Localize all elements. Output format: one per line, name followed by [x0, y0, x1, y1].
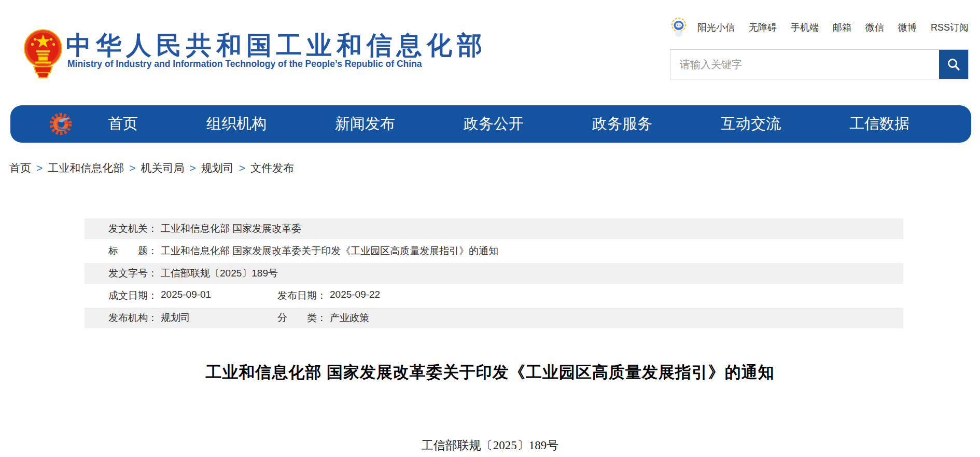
meta-row-1: 标 题：工业和信息化部 国家发展改革委关于印发《工业园区高质量发展指引》的通知 — [85, 241, 903, 261]
quick-link-1[interactable]: 无障碍 — [749, 21, 777, 34]
meta-label: 发布机构： — [108, 311, 158, 325]
nav-item-2[interactable]: 新闻发布 — [335, 114, 395, 134]
site-title: 中华人民共和国工业和信息化部 — [66, 29, 487, 63]
nav-item-4[interactable]: 政务服务 — [592, 114, 652, 134]
breadcrumb-item-0[interactable]: 首页 — [9, 161, 31, 175]
quick-link-6[interactable]: RSS订阅 — [931, 21, 969, 34]
article-title: 工业和信息化部 国家发展改革委关于印发《工业园区高质量发展指引》的通知 — [0, 362, 980, 383]
nav-item-5[interactable]: 互动交流 — [721, 114, 781, 134]
meta-row-4: 发布机构：规划司分 类：产业政策 — [85, 308, 903, 328]
nav-item-0[interactable]: 首页 — [108, 114, 138, 134]
meta-value: 工业和信息化部 国家发展改革委 — [161, 222, 301, 236]
meta-cell: 分 类：产业政策 — [277, 311, 369, 325]
nav-item-1[interactable]: 组织机构 — [206, 114, 267, 134]
mascot-icon[interactable] — [670, 17, 688, 38]
meta-cell: 发布机构：规划司 — [108, 311, 277, 325]
quick-link-3[interactable]: 邮箱 — [833, 21, 851, 34]
meta-row-2: 发文字号：工信部联规〔2025〕189号 — [85, 263, 903, 284]
breadcrumb: 首页>工业和信息化部>机关司局>规划司>文件发布 — [9, 161, 294, 175]
search-input[interactable] — [670, 50, 939, 79]
breadcrumb-item-2[interactable]: 机关司局 — [141, 161, 185, 175]
quick-link-4[interactable]: 微信 — [865, 21, 884, 34]
breadcrumb-separator: > — [31, 162, 48, 174]
nav-item-6[interactable]: 工信数据 — [849, 114, 909, 134]
nav-item-3[interactable]: 政务公开 — [464, 114, 524, 134]
page: 中华人民共和国工业和信息化部 Ministry of Industry and … — [0, 0, 980, 457]
quick-link-0[interactable]: 阳光小信 — [697, 21, 735, 34]
meta-value: 规划司 — [161, 311, 190, 325]
meta-label: 成文日期： — [108, 289, 158, 302]
main-nav: 首页组织机构新闻发布政务公开政务服务互动交流工信数据 — [10, 105, 971, 143]
national-emblem-icon — [23, 26, 63, 79]
meta-row-3: 成文日期：2025-09-01发布日期：2025-09-22 — [85, 285, 903, 306]
search-icon — [946, 57, 961, 72]
site-subtitle: Ministry of Industry and Information Tec… — [67, 59, 422, 70]
meta-cell: 标 题：工业和信息化部 国家发展改革委关于印发《工业园区高质量发展指引》的通知 — [108, 244, 498, 258]
meta-label: 标 题： — [108, 244, 158, 258]
breadcrumb-item-3[interactable]: 规划司 — [201, 161, 234, 175]
meta-label: 发文机关： — [108, 222, 158, 236]
breadcrumb-separator: > — [124, 162, 141, 174]
meta-value: 2025-09-01 — [161, 289, 211, 302]
meta-cell: 发布日期：2025-09-22 — [277, 289, 380, 302]
search-button[interactable] — [939, 50, 968, 79]
nav-menu: 首页组织机构新闻发布政务公开政务服务互动交流工信数据 — [108, 114, 909, 134]
meta-row-0: 发文机关：工业和信息化部 国家发展改革委 — [85, 218, 903, 239]
meta-label: 发文字号： — [108, 267, 158, 280]
quick-links: 阳光小信无障碍手机端邮箱微信微博RSS订阅 — [670, 17, 969, 38]
search-bar — [670, 49, 969, 79]
quick-link-5[interactable]: 微博 — [898, 21, 917, 34]
miit-logo-icon — [48, 111, 76, 137]
meta-label: 分 类： — [277, 311, 327, 325]
meta-cell: 发文字号：工信部联规〔2025〕189号 — [108, 267, 278, 280]
breadcrumb-item-1[interactable]: 工业和信息化部 — [48, 161, 124, 175]
meta-value: 2025-09-22 — [330, 289, 380, 302]
document-number: 工信部联规〔2025〕189号 — [0, 437, 980, 453]
breadcrumb-separator: > — [234, 162, 250, 174]
meta-value: 产业政策 — [330, 311, 369, 325]
meta-cell: 发文机关：工业和信息化部 国家发展改革委 — [108, 222, 301, 236]
meta-value: 工业和信息化部 国家发展改革委关于印发《工业园区高质量发展指引》的通知 — [161, 244, 498, 258]
document-meta-table: 发文机关：工业和信息化部 国家发展改革委标 题：工业和信息化部 国家发展改革委关… — [85, 218, 903, 330]
meta-value: 工信部联规〔2025〕189号 — [161, 267, 278, 280]
meta-label: 发布日期： — [277, 289, 327, 302]
meta-cell: 成文日期：2025-09-01 — [108, 289, 277, 302]
breadcrumb-separator: > — [185, 162, 201, 174]
breadcrumb-item-4[interactable]: 文件发布 — [250, 161, 294, 175]
quick-link-2[interactable]: 手机端 — [791, 21, 819, 34]
